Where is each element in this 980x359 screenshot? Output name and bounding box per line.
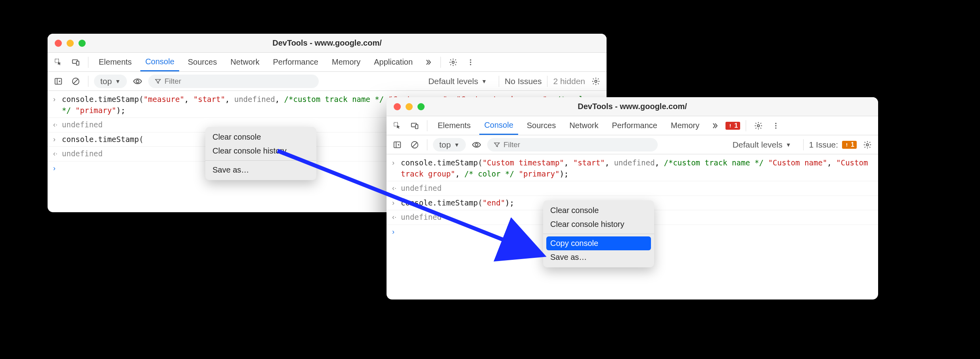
context-menu: Clear console Clear console history Copy… bbox=[543, 200, 654, 267]
svg-point-4 bbox=[470, 59, 471, 60]
log-levels-selector[interactable]: Default levels ▼ bbox=[422, 75, 493, 88]
traffic-lights bbox=[394, 103, 425, 110]
separator bbox=[88, 57, 88, 68]
svg-rect-23 bbox=[846, 143, 847, 145]
issue-count: 1 bbox=[851, 141, 854, 148]
menu-save-as[interactable]: Save as… bbox=[205, 163, 316, 177]
context-selector[interactable]: top ▼ bbox=[433, 138, 466, 152]
chevron-down-icon: ▼ bbox=[786, 142, 791, 148]
svg-rect-24 bbox=[846, 146, 847, 146]
console-settings-icon[interactable] bbox=[589, 75, 603, 88]
menu-clear-console-history[interactable]: Clear console history bbox=[543, 217, 654, 231]
levels-label: Default levels bbox=[733, 140, 783, 150]
menu-separator bbox=[543, 234, 654, 234]
return-value: undefined bbox=[62, 148, 103, 159]
kebab-menu-icon[interactable] bbox=[464, 56, 477, 69]
tab-elements[interactable]: Elements bbox=[94, 53, 136, 71]
tab-memory[interactable]: Memory bbox=[327, 53, 365, 71]
settings-icon[interactable] bbox=[752, 119, 765, 132]
zoom-window-button[interactable] bbox=[78, 40, 86, 47]
clear-console-icon[interactable] bbox=[408, 138, 421, 152]
separator bbox=[88, 76, 88, 87]
error-count: 1 bbox=[734, 122, 738, 129]
live-expression-icon[interactable] bbox=[470, 138, 483, 152]
tab-sources[interactable]: Sources bbox=[183, 53, 222, 71]
svg-rect-20 bbox=[394, 142, 401, 148]
separator bbox=[803, 139, 804, 150]
return-value: undefined bbox=[401, 212, 442, 223]
svg-point-5 bbox=[470, 61, 471, 63]
context-label: top bbox=[439, 140, 451, 150]
zoom-window-button[interactable] bbox=[417, 103, 425, 110]
tab-console[interactable]: Console bbox=[140, 53, 179, 71]
context-selector[interactable]: top ▼ bbox=[94, 75, 127, 88]
sidebar-toggle-icon[interactable] bbox=[390, 138, 404, 152]
tab-memory[interactable]: Memory bbox=[666, 116, 704, 135]
kebab-menu-icon[interactable] bbox=[769, 119, 783, 132]
tab-performance[interactable]: Performance bbox=[268, 53, 323, 71]
tab-elements[interactable]: Elements bbox=[433, 116, 475, 135]
code-line: console.timeStamp("end"); bbox=[401, 198, 514, 209]
svg-rect-2 bbox=[77, 61, 79, 65]
devtools-tab-strip: Elements Console Sources Network Perform… bbox=[48, 53, 607, 72]
console-settings-icon[interactable] bbox=[861, 138, 874, 152]
input-caret-icon: › bbox=[53, 94, 62, 104]
svg-rect-14 bbox=[730, 124, 731, 126]
separator bbox=[746, 120, 746, 131]
filter-field[interactable] bbox=[487, 138, 658, 152]
svg-point-25 bbox=[866, 144, 869, 146]
console-input-line[interactable]: › console.timeStamp("Custom timestamp", … bbox=[387, 156, 878, 181]
device-toolbar-icon[interactable] bbox=[408, 119, 421, 132]
inspect-icon[interactable] bbox=[390, 119, 404, 132]
traffic-lights bbox=[55, 40, 86, 47]
filter-input[interactable] bbox=[165, 77, 312, 86]
output-caret-icon: ‹· bbox=[392, 183, 401, 193]
tab-application[interactable]: Application bbox=[369, 53, 417, 71]
console-toolbar: top ▼ Default levels ▼ 1 Issue: 1 bbox=[387, 135, 878, 154]
tab-network[interactable]: Network bbox=[565, 116, 603, 135]
code-line: console.timeStamp( bbox=[62, 134, 144, 145]
console-toolbar: top ▼ Default levels ▼ No Issues 2 hidde… bbox=[48, 72, 607, 91]
menu-clear-console[interactable]: Clear console bbox=[205, 130, 316, 144]
issues-label[interactable]: No Issues bbox=[505, 77, 542, 86]
clear-console-icon[interactable] bbox=[69, 75, 82, 88]
output-caret-icon: ‹· bbox=[53, 119, 62, 130]
svg-rect-7 bbox=[55, 78, 62, 84]
inspect-icon[interactable] bbox=[52, 56, 65, 69]
svg-point-18 bbox=[775, 125, 776, 126]
hidden-count[interactable]: 2 hidden bbox=[553, 77, 585, 86]
svg-point-16 bbox=[757, 125, 760, 127]
filter-field[interactable] bbox=[148, 75, 319, 88]
live-expression-icon[interactable] bbox=[131, 75, 144, 88]
menu-clear-console[interactable]: Clear console bbox=[543, 203, 654, 217]
tab-console[interactable]: Console bbox=[479, 116, 518, 135]
tab-sources[interactable]: Sources bbox=[522, 116, 561, 135]
input-caret-icon: › bbox=[392, 198, 401, 208]
settings-icon[interactable] bbox=[446, 56, 460, 69]
menu-clear-console-history[interactable]: Clear console history bbox=[205, 144, 316, 158]
chevron-down-icon: ▼ bbox=[454, 142, 459, 148]
filter-input[interactable] bbox=[503, 140, 651, 149]
close-window-button[interactable] bbox=[394, 103, 401, 110]
issue-badge[interactable]: 1 bbox=[842, 141, 857, 149]
titlebar: DevTools - www.google.com/ bbox=[387, 97, 878, 116]
svg-point-17 bbox=[775, 123, 776, 124]
sidebar-toggle-icon[interactable] bbox=[52, 75, 65, 88]
separator bbox=[440, 57, 441, 68]
minimize-window-button[interactable] bbox=[67, 40, 74, 47]
svg-rect-15 bbox=[730, 127, 731, 127]
more-tabs-icon[interactable] bbox=[421, 56, 435, 69]
input-caret-icon: › bbox=[53, 134, 62, 144]
device-toolbar-icon[interactable] bbox=[69, 56, 82, 69]
tab-performance[interactable]: Performance bbox=[607, 116, 662, 135]
minimize-window-button[interactable] bbox=[406, 103, 413, 110]
close-window-button[interactable] bbox=[55, 40, 62, 47]
menu-save-as[interactable]: Save as… bbox=[543, 250, 654, 264]
error-badge[interactable]: 1 bbox=[725, 122, 740, 130]
issues-label[interactable]: 1 Issue: bbox=[809, 140, 838, 150]
menu-copy-console[interactable]: Copy console bbox=[546, 236, 651, 250]
tab-network[interactable]: Network bbox=[226, 53, 264, 71]
more-tabs-icon[interactable] bbox=[708, 119, 722, 132]
svg-point-10 bbox=[595, 80, 597, 83]
log-levels-selector[interactable]: Default levels ▼ bbox=[726, 138, 798, 152]
